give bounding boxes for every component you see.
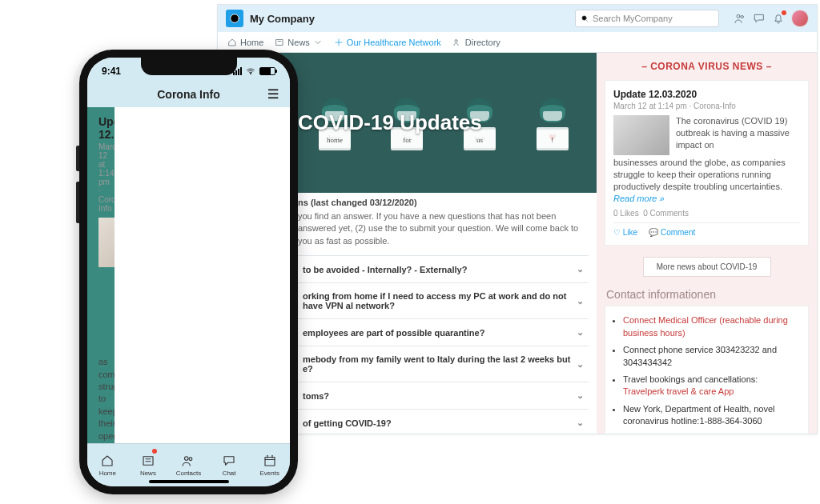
menu-icon[interactable]: ☰ <box>267 86 279 102</box>
phone-screen: 9:41 Corona Info ☰ Update 12.03.2020 Mar… <box>87 58 290 486</box>
brand-title: My Company <box>250 13 315 25</box>
like-button[interactable]: ♡ Like <box>613 228 637 237</box>
contact-item: Connect Medical Officer (reachable durin… <box>623 314 800 339</box>
nav-healthcare[interactable]: Our Healthcare Network <box>334 38 441 47</box>
faq-item[interactable]: mebody from my family went to Italy duri… <box>298 346 589 382</box>
battery-icon <box>259 67 275 75</box>
contact-item: New York, Department of Health, novel co… <box>623 403 800 428</box>
wifi-icon <box>245 66 256 76</box>
svg-point-15 <box>185 457 189 461</box>
sidebar-banner: – CORONA VIRUS NEWS – <box>605 61 809 72</box>
bell-icon[interactable] <box>772 12 785 25</box>
phone-header: Corona Info ☰ <box>87 85 290 107</box>
tab-events[interactable]: Events <box>249 444 290 486</box>
chat-icon[interactable] <box>753 12 766 25</box>
phone-frame: 9:41 Corona Info ☰ Update 12.03.2020 Mar… <box>79 50 298 494</box>
faq-item[interactable]: toms?⌄ <box>298 382 589 409</box>
chevron-down-icon: ⌄ <box>577 296 584 306</box>
home-indicator[interactable] <box>149 480 229 483</box>
svg-point-8 <box>455 39 457 42</box>
chevron-down-icon: ⌄ <box>577 390 584 401</box>
chevron-down-icon: ⌄ <box>577 264 584 274</box>
svg-point-9 <box>251 74 251 74</box>
faq-item[interactable]: to be avoided - Internally? - Externally… <box>298 255 589 282</box>
titlebar: My Company Search MyCompany <box>218 5 817 32</box>
nav-directory[interactable]: Directory <box>452 38 500 47</box>
avatar[interactable] <box>791 10 809 27</box>
contact-item: Travel bookings and cancellations: Trave… <box>623 374 800 398</box>
hero-title: COVID-19 Updates <box>298 110 597 135</box>
svg-point-2 <box>582 15 587 20</box>
contact-link[interactable]: Travelperk travel & care App <box>623 386 734 396</box>
svg-rect-17 <box>265 458 275 466</box>
titlebar-actions <box>734 10 809 27</box>
sidebar-news-card[interactable]: Update 12.03.2020 March 12 at 1:14 pm · … <box>605 80 809 246</box>
nav-news[interactable]: News <box>275 38 323 47</box>
tab-home[interactable]: Home <box>87 444 128 486</box>
post-image <box>98 218 115 267</box>
svg-point-1 <box>231 14 239 23</box>
faq-item[interactable]: employees are part of possible quarantin… <box>298 318 589 346</box>
more-news-button[interactable]: More news about COVID-19 <box>643 257 771 277</box>
post-card: Update 12.03.2020 March 12 at 1:14 pm · … <box>87 107 115 443</box>
notch <box>141 58 237 75</box>
comment-button[interactable]: 💬 Comment <box>649 228 695 237</box>
post-meta: March 12 at 1:14 pm · Corona Info <box>98 142 103 213</box>
read-more-link[interactable]: Read more » <box>613 194 665 203</box>
post-title: Update 12.03.2020 <box>98 115 103 141</box>
logo-icon <box>226 10 243 27</box>
contact-item: Connect phone service 303423232 and 3043… <box>623 344 800 369</box>
sidebar-card-meta: March 12 at 1:14 pm · Corona-Info <box>613 102 800 110</box>
chevron-down-icon <box>313 38 323 47</box>
desktop-window: My Company Search MyCompany Home News Ou… <box>217 4 818 434</box>
svg-point-4 <box>737 14 740 18</box>
search-input[interactable]: Search MyCompany <box>575 10 719 27</box>
sidebar: – CORONA VIRUS NEWS – Update 12.03.2020 … <box>597 53 817 434</box>
contact-link[interactable]: Connect Medical Officer (reachable durin… <box>623 315 788 337</box>
search-placeholder: Search MyCompany <box>593 14 673 23</box>
chevron-down-icon: ⌄ <box>577 418 584 428</box>
contact-list: Connect Medical Officer (reachable durin… <box>605 306 809 434</box>
faq-subtext: you find an answer. If you have a new qu… <box>298 210 589 247</box>
svg-line-3 <box>586 19 588 21</box>
svg-rect-12 <box>143 457 153 466</box>
sidebar-card-text: The coronavirus (COVID 19) outbreak is h… <box>676 115 800 155</box>
navbar: Home News Our Healthcare Network Directo… <box>218 32 817 53</box>
sidebar-card-image <box>613 115 669 155</box>
chevron-down-icon: ⌄ <box>577 359 584 370</box>
contact-header: Contact informationen <box>606 288 807 301</box>
sidebar-card-title: Update 12.03.2020 <box>613 89 800 100</box>
status-time: 9:41 <box>102 66 121 77</box>
svg-point-16 <box>190 458 193 461</box>
svg-point-5 <box>741 15 743 18</box>
faq-item[interactable]: orking from home if I need to access my … <box>298 282 589 318</box>
faq-header: ns (last changed 03/12/2020) <box>298 198 589 207</box>
svg-rect-6 <box>276 39 283 45</box>
nav-home[interactable]: Home <box>227 38 263 47</box>
faq-item[interactable]: of getting COVID-19?⌄ <box>298 409 589 434</box>
people-icon[interactable] <box>734 12 746 25</box>
chevron-down-icon: ⌄ <box>577 327 584 338</box>
